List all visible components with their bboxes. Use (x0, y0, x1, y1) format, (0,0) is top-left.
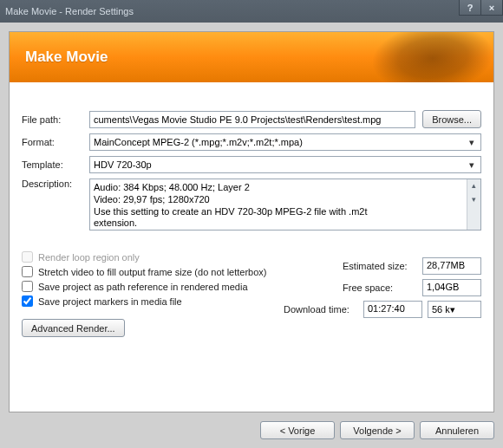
description-box[interactable]: Audio: 384 Kbps; 48.000 Hz; Layer 2 Vide… (89, 179, 481, 230)
download-time-label: Download time: (284, 304, 363, 315)
download-time-value: 01:27:40 (363, 301, 422, 318)
header-banner: Make Movie (10, 32, 493, 82)
chevron-down-icon: ▾ (450, 304, 455, 315)
template-value: HDV 720-30p (94, 159, 152, 170)
desc-line: extension. (94, 218, 477, 230)
header-title: Make Movie (25, 49, 108, 66)
markers-label: Save project markers in media file (38, 296, 182, 307)
previous-button[interactable]: < Vorige (260, 421, 335, 439)
estimated-size-label: Estimated size: (343, 261, 422, 271)
desc-line: Audio: 384 Kbps; 48.000 Hz; Layer 2 (94, 182, 477, 194)
markers-checkbox[interactable] (22, 295, 33, 307)
stretch-label: Stretch video to fill output frame size … (38, 267, 267, 277)
estimated-size-value: 28,77MB (422, 257, 481, 275)
scrollbar[interactable]: ▴ ▾ (467, 179, 480, 230)
filepath-label: File path: (22, 114, 89, 125)
template-combo[interactable]: HDV 720-30p ▾ (89, 156, 481, 173)
speed-combo[interactable]: 56 k ▾ (428, 301, 481, 318)
format-combo[interactable]: MainConcept MPEG-2 (*.mpg;*.m2v;*.m2t;*.… (89, 133, 481, 151)
description-label: Description: (22, 179, 89, 189)
cancel-button[interactable]: Annuleren (420, 421, 494, 439)
format-label: Format: (22, 137, 89, 147)
filepath-input[interactable] (89, 111, 415, 128)
main-panel: Make Movie File path: Browse... Format: … (9, 31, 494, 412)
pathref-checkbox[interactable] (22, 281, 33, 292)
desc-line: Video: 29,97 fps; 1280x720 (94, 194, 477, 206)
help-button[interactable]: ? (459, 0, 481, 16)
format-value: MainConcept MPEG-2 (*.mpg;*.m2v;*.m2t;*.… (94, 137, 303, 147)
speed-value: 56 k (432, 304, 450, 315)
close-button[interactable]: × (480, 0, 503, 16)
pathref-label: Save project as path reference in render… (38, 282, 248, 292)
chevron-down-icon: ▾ (465, 158, 479, 172)
loop-checkbox (22, 251, 33, 263)
chevron-down-icon: ▾ (465, 135, 479, 149)
browse-button[interactable]: Browse... (422, 110, 481, 128)
titlebar: Make Movie - Render Settings ? × (0, 0, 503, 23)
loop-label: Render loop region only (38, 252, 140, 263)
desc-line: Use this setting to create an HDV 720-30… (94, 206, 477, 218)
scroll-up-icon[interactable]: ▴ (467, 179, 480, 193)
template-label: Template: (22, 159, 89, 170)
next-button[interactable]: Volgende > (340, 421, 415, 439)
advanced-render-button[interactable]: Advanced Render... (22, 319, 125, 337)
free-space-label: Free space: (343, 282, 422, 293)
stretch-checkbox[interactable] (22, 266, 33, 277)
scroll-down-icon[interactable]: ▾ (467, 193, 480, 207)
free-space-value: 1,04GB (422, 279, 481, 296)
window-title: Make Movie - Render Settings (5, 6, 134, 16)
